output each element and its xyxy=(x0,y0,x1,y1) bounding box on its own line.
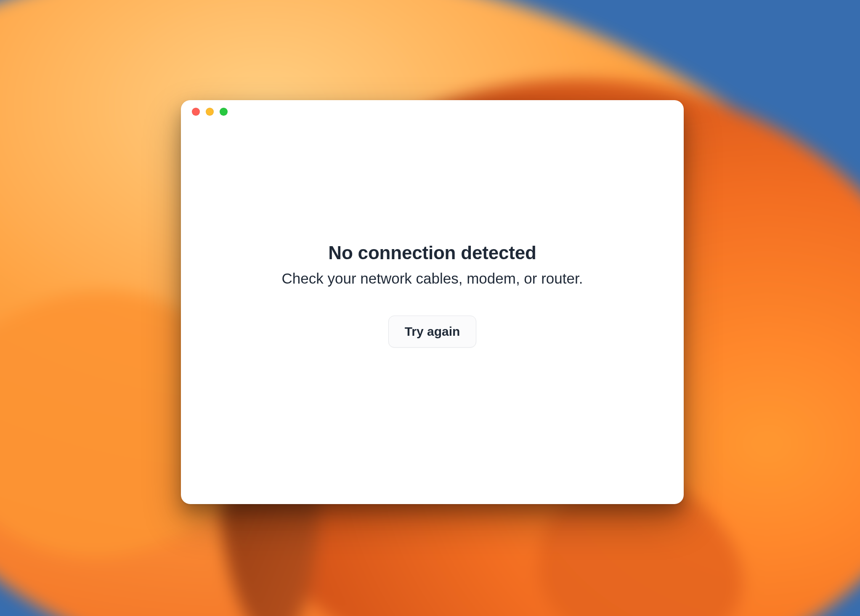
no-connection-title: No connection detected xyxy=(328,242,536,263)
try-again-button[interactable]: Try again xyxy=(388,316,477,348)
app-window: No connection detected Check your networ… xyxy=(181,100,684,504)
window-content: No connection detected Check your networ… xyxy=(181,100,684,504)
no-connection-message: Check your network cables, modem, or rou… xyxy=(282,270,583,287)
